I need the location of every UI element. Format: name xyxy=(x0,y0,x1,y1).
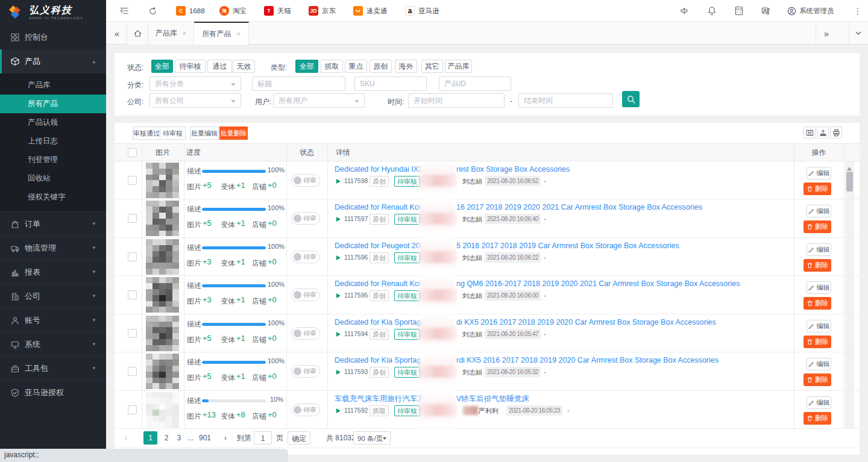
export-button[interactable] xyxy=(817,126,829,139)
category-select[interactable]: 所有分类 xyxy=(149,76,241,91)
page-next-button[interactable]: › xyxy=(222,431,229,445)
row-checkbox[interactable] xyxy=(128,252,137,261)
tabs-collapse-left-button[interactable]: « xyxy=(111,22,123,45)
table-vertical-scrollbar[interactable] xyxy=(845,161,854,446)
title-input[interactable]: 标题 xyxy=(252,76,345,91)
type-filter-2[interactable]: 重点 xyxy=(345,60,367,73)
sidebar-subitem-0[interactable]: 产品库 xyxy=(0,76,106,95)
type-filter-4[interactable]: 海外 xyxy=(395,60,417,73)
tab-item-1[interactable]: 所有产品× xyxy=(194,22,249,45)
goto-page-input[interactable]: 1 xyxy=(254,431,272,445)
page-number-901[interactable]: 901 xyxy=(197,431,213,445)
page-size-select[interactable]: 90 条/页 xyxy=(353,431,391,445)
sidebar-subitem-4[interactable]: 刊登管理 xyxy=(0,151,106,169)
scrollbar-up-arrow[interactable] xyxy=(847,164,852,170)
status-filter-3[interactable]: 无效 xyxy=(233,60,255,73)
close-icon[interactable]: × xyxy=(183,30,186,37)
marketplace-link-1[interactable]: 淘淘宝 xyxy=(219,0,247,22)
delete-button[interactable]: 删除 xyxy=(804,336,831,348)
product-title-link[interactable]: Dedicated for Peugeot 2008 5 2016 2017 2… xyxy=(335,241,794,251)
delete-button[interactable]: 删除 xyxy=(804,220,831,233)
bell-button[interactable] xyxy=(707,0,717,22)
row-checkbox[interactable] xyxy=(128,405,137,414)
sidebar-item-7[interactable]: 系统▼ xyxy=(0,332,106,356)
row-checkbox[interactable] xyxy=(128,214,137,223)
marketplace-link-0[interactable]: C1688 xyxy=(176,0,205,22)
type-filter-1[interactable]: 抓取 xyxy=(321,60,343,73)
confirm-button[interactable]: 确定 xyxy=(288,431,310,445)
marketplace-link-4[interactable]: 速卖通 xyxy=(353,0,388,22)
status-filter-1[interactable]: 待审核 xyxy=(175,60,206,73)
row-checkbox[interactable] xyxy=(128,329,137,338)
row-checkbox[interactable] xyxy=(128,176,137,185)
close-icon[interactable]: × xyxy=(236,30,240,37)
select-all-checkbox[interactable] xyxy=(128,148,137,157)
row-checkbox[interactable] xyxy=(128,367,137,376)
contacts-button[interactable] xyxy=(761,0,771,22)
calculator-button[interactable] xyxy=(734,0,744,22)
sidebar-subitem-2[interactable]: 产品认领 xyxy=(0,113,106,132)
sidebar-item-1[interactable]: 产品▲ xyxy=(0,49,106,73)
edit-button[interactable]: 编辑 xyxy=(807,205,831,217)
product-title-link[interactable]: Dedicated for Kia Sportagedi KX5 2016 20… xyxy=(335,317,794,328)
type-filter-3[interactable]: 原创 xyxy=(370,60,392,73)
scrollbar-thumb[interactable] xyxy=(846,172,853,192)
edit-button[interactable]: 编辑 xyxy=(807,320,831,332)
type-filter-6[interactable]: 产品库 xyxy=(445,60,472,73)
page-number-1[interactable]: 1 xyxy=(143,431,157,445)
sidebar-item-4[interactable]: 报表▼ xyxy=(0,260,106,284)
pending-button[interactable]: 待审核 xyxy=(160,126,186,140)
marketplace-link-2[interactable]: T天猫 xyxy=(264,0,291,22)
sidebar-subitem-1[interactable]: 所有产品 xyxy=(0,95,106,113)
row-checkbox[interactable] xyxy=(128,290,137,299)
status-filter-2[interactable]: 通过 xyxy=(207,60,232,73)
delete-button[interactable]: 删除 xyxy=(804,259,831,272)
sidebar-item-9[interactable]: 亚马逊授权 xyxy=(0,380,106,404)
type-filter-5[interactable]: 其它 xyxy=(421,60,443,73)
sidebar-item-5[interactable]: 公司▼ xyxy=(0,284,106,308)
columns-button[interactable] xyxy=(804,126,816,139)
sidebar-item-3[interactable]: 物流管理▼ xyxy=(0,236,106,260)
delete-button[interactable]: 删除 xyxy=(804,412,831,425)
user-select[interactable]: 所有用户 xyxy=(273,93,365,108)
product-title-link[interactable]: Dedicated for Renault Koleos16 2017 2018… xyxy=(335,202,794,213)
tabs-dropdown-button[interactable] xyxy=(854,22,863,45)
sidebar-subitem-6[interactable]: 侵权关键字 xyxy=(0,188,106,207)
sidebar-item-8[interactable]: 工具包▼ xyxy=(0,356,106,380)
delete-button[interactable]: 删除 xyxy=(804,373,831,386)
batch-delete-button[interactable]: 批量删除 xyxy=(219,126,248,140)
edit-button[interactable]: 编辑 xyxy=(807,167,831,179)
product-title-link[interactable]: 车载充气床车用旅行汽车充V轿车后排气垫睡觉床 xyxy=(335,394,794,404)
edit-button[interactable]: 编辑 xyxy=(807,281,831,294)
time-start-input[interactable]: 开始时间 xyxy=(408,93,505,108)
sidebar-item-6[interactable]: 账号▼ xyxy=(0,308,106,332)
sidebar-item-2[interactable]: 订单▼ xyxy=(0,211,106,236)
product-title-link[interactable]: Dedicated for Renault Koleong QM6 2016-2… xyxy=(335,279,794,289)
page-number-2[interactable]: 2 xyxy=(163,431,170,445)
status-filter-0[interactable]: 全部 xyxy=(151,60,173,73)
user-menu[interactable]: 系统管理员 xyxy=(787,0,834,22)
sidebar-item-0[interactable]: 控制台 xyxy=(0,25,106,49)
product-title-link[interactable]: Dedicated for Hyundai IX25 Crest Box Sto… xyxy=(335,164,794,175)
approve-button[interactable]: 审核通过 xyxy=(133,126,160,140)
tab-item-0[interactable]: 产品库× xyxy=(148,22,194,45)
sidebar-subitem-3[interactable]: 上传日志 xyxy=(0,132,106,151)
print-button[interactable] xyxy=(830,126,842,139)
marketplace-link-5[interactable]: a亚马逊 xyxy=(405,0,439,22)
pid-input[interactable]: 产品ID xyxy=(439,76,511,91)
search-button[interactable] xyxy=(622,91,640,107)
sidebar-collapse-button[interactable] xyxy=(119,0,129,22)
page-number-3[interactable]: 3 xyxy=(175,431,183,445)
refresh-button[interactable] xyxy=(148,0,157,22)
product-title-link[interactable]: Dedicated for Kia Sportagrdi KX5 2016 20… xyxy=(335,355,794,366)
sku-input[interactable]: SKU xyxy=(354,76,427,91)
marketplace-link-3[interactable]: JD京东 xyxy=(309,0,336,22)
edit-button[interactable]: 编辑 xyxy=(807,358,831,370)
type-filter-0[interactable]: 全部 xyxy=(295,60,318,73)
delete-button[interactable]: 删除 xyxy=(804,183,831,195)
edit-button[interactable]: 编辑 xyxy=(807,243,831,256)
edit-button[interactable]: 编辑 xyxy=(807,396,831,409)
company-select[interactable]: 所有公司 xyxy=(149,93,241,108)
batch-edit-button[interactable]: 批量编辑 xyxy=(190,126,219,140)
sidebar-subitem-5[interactable]: 回收站 xyxy=(0,169,106,188)
